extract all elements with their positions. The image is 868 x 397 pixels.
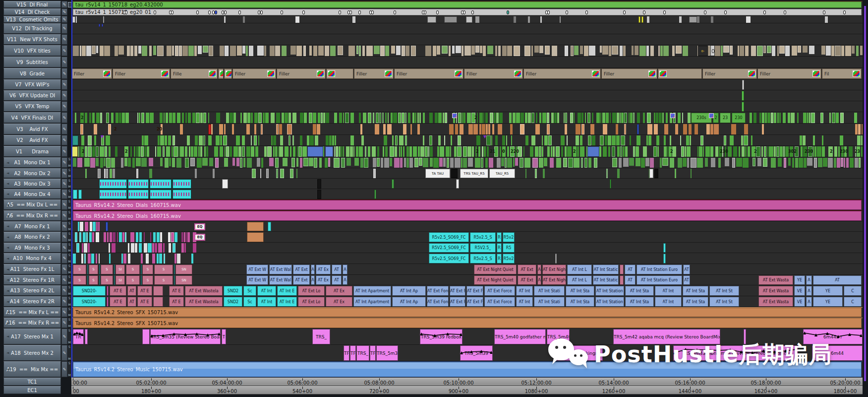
clip[interactable]: AT xyxy=(813,275,862,285)
track-button-a7[interactable]: A7 Mono Fx 1◄ xyxy=(3,221,61,231)
clip[interactable]: AT xyxy=(625,275,636,285)
clip[interactable]: TRS_5m35 (Review Stereo BoardMix) VF xyxy=(150,329,221,344)
clip[interactable]: R xyxy=(497,243,502,253)
lane-v9[interactable] xyxy=(71,57,863,68)
clip[interactable]: S xyxy=(154,265,173,274)
clip[interactable]: AT Ext Wal xyxy=(269,275,292,285)
clip[interactable]: AT E xyxy=(169,286,184,296)
clip[interactable]: AT Ext Night Quiet xyxy=(474,265,517,274)
pencil-cell-v4[interactable]: ✎ xyxy=(61,112,67,123)
locator-icon[interactable] xyxy=(394,10,396,14)
locator-icon[interactable] xyxy=(424,10,426,14)
clip[interactable]: TRS_5m39 xyxy=(460,345,493,361)
solo-mute-a12[interactable]: SM xyxy=(67,275,71,285)
clip[interactable]: S xyxy=(73,275,86,285)
locator-icon[interactable] xyxy=(843,10,846,14)
clip[interactable]: Sc xyxy=(243,286,256,296)
clip[interactable]: Taurus_R5v14.2_Stereo_SFX_150715.wav xyxy=(73,318,862,328)
mute-button[interactable]: M xyxy=(68,174,70,178)
clip[interactable]: AT Int xyxy=(655,286,682,296)
clip[interactable]: tau_r5v14_1_150718_eg20.432000 xyxy=(73,1,862,8)
filler-clip[interactable]: Filler xyxy=(232,68,276,79)
clip[interactable]: Taurus_R5v14.2_Stereo_SFX_150715.wav xyxy=(73,308,862,317)
track-button-a17[interactable]: A17 Stereo Mx 1◄ xyxy=(3,329,61,344)
clip[interactable]: SND2 xyxy=(224,297,242,307)
clip[interactable]: AT Ex xyxy=(316,265,331,274)
clip[interactable]: AT xyxy=(332,265,342,274)
solo-button[interactable]: S xyxy=(68,318,70,321)
clip[interactable]: AT Ext Lo xyxy=(298,297,325,307)
clip[interactable]: AT Int Ap xyxy=(392,297,426,307)
solo-mute-a7[interactable]: SM xyxy=(67,221,71,231)
pencil-cell-a8[interactable]: ✎ xyxy=(61,232,67,242)
pencil-cell-v7[interactable]: ✎ xyxy=(61,79,67,90)
lane-a2[interactable]: TA TAUTRS TAU_R5TAU_R5 xyxy=(71,168,863,179)
clip[interactable]: AT Int St xyxy=(709,286,739,296)
pencil-cell-a10[interactable]: ✎ xyxy=(61,253,67,264)
solo-button[interactable]: S xyxy=(68,285,70,289)
clip[interactable]: TF xyxy=(344,345,349,361)
clip[interactable]: AT Ext W xyxy=(246,265,268,274)
track-button-v8[interactable]: V8 Grade xyxy=(3,68,61,79)
clip[interactable] xyxy=(99,190,127,199)
lane-a4[interactable] xyxy=(71,189,863,199)
clip[interactable] xyxy=(99,265,100,274)
clip[interactable] xyxy=(85,329,88,344)
clip[interactable]: o- xyxy=(698,46,708,56)
mute-button[interactable]: M xyxy=(68,217,70,220)
clip[interactable]: AT Ext xyxy=(518,275,536,285)
filler-clip[interactable] xyxy=(326,68,353,79)
pencil-cell-a12[interactable]: ✎ xyxy=(61,275,67,285)
pencil-cell-a18[interactable]: ✎ xyxy=(61,345,67,361)
pencil-cell-a6[interactable]: ✎ xyxy=(61,210,67,221)
solo-mute-a10[interactable]: SM xyxy=(67,253,71,264)
solo-mute-a11[interactable]: SM xyxy=(67,264,71,274)
clip[interactable] xyxy=(173,179,191,189)
clip[interactable]: AT Ext Wasta xyxy=(758,297,793,307)
clip[interactable] xyxy=(742,102,744,112)
clip[interactable] xyxy=(174,275,175,285)
mute-button[interactable]: M xyxy=(68,185,70,188)
clip[interactable] xyxy=(742,80,744,90)
clip[interactable]: R5V2.5_ xyxy=(470,243,496,253)
pencil-cell-v2[interactable]: ✎ xyxy=(61,135,67,145)
clip[interactable]: S xyxy=(89,265,98,274)
filler-clip[interactable] xyxy=(658,68,702,79)
clip[interactable]: AT Int Sta xyxy=(566,286,594,296)
solo-mute-a5[interactable]: SM xyxy=(67,199,71,210)
clip[interactable]: SN xyxy=(175,275,192,285)
clip[interactable]: AT Int Sta xyxy=(566,297,594,307)
locator-icon[interactable] xyxy=(196,10,199,14)
solo-mute-a13[interactable]: SM xyxy=(67,285,71,296)
track-button-a12[interactable]: A12 Stereo Fx 1R◄ xyxy=(3,275,61,285)
locator-icon[interactable] xyxy=(302,10,305,14)
track-button-v3[interactable]: V3 Avid FX xyxy=(3,124,61,134)
clip[interactable]: AT Int L xyxy=(567,265,592,274)
clip[interactable] xyxy=(654,169,658,178)
filler-clip[interactable]: Fille xyxy=(171,68,218,79)
mute-button[interactable]: M xyxy=(68,260,70,263)
locator-icon[interactable] xyxy=(171,10,174,14)
clip[interactable]: AT E xyxy=(110,286,126,296)
clip[interactable] xyxy=(610,179,611,189)
clip[interactable]: AT Int Station xyxy=(595,297,624,307)
pencil-cell-v1[interactable]: ✎ xyxy=(61,146,67,157)
locator-icon[interactable] xyxy=(238,10,241,14)
mute-button[interactable]: M xyxy=(68,195,70,198)
track-button-a3[interactable]: A3 Mono Dx 3◄ xyxy=(3,179,61,189)
clip[interactable]: AT Ext F xyxy=(450,286,465,296)
locator-icon[interactable] xyxy=(763,10,766,14)
clip[interactable]: AT xyxy=(683,275,690,285)
clip[interactable] xyxy=(87,265,88,274)
locator-icon[interactable] xyxy=(215,10,217,14)
clip[interactable]: TRS_5m3 xyxy=(376,345,398,361)
filler-clip[interactable]: Filler xyxy=(601,68,657,79)
solo-button[interactable]: S xyxy=(68,189,70,193)
solo-button[interactable]: S xyxy=(68,168,70,172)
lane-a12[interactable]: SSSSISSSSNAT Ext WAT Ext WalAT ExtAAT Ex… xyxy=(71,275,863,285)
clip[interactable]: AT Int E xyxy=(277,286,297,296)
track-button-v11[interactable]: V11 New VFX Shots xyxy=(3,34,61,45)
clip[interactable]: A xyxy=(537,265,541,274)
clip[interactable]: C xyxy=(844,297,862,307)
clip[interactable] xyxy=(99,275,100,285)
